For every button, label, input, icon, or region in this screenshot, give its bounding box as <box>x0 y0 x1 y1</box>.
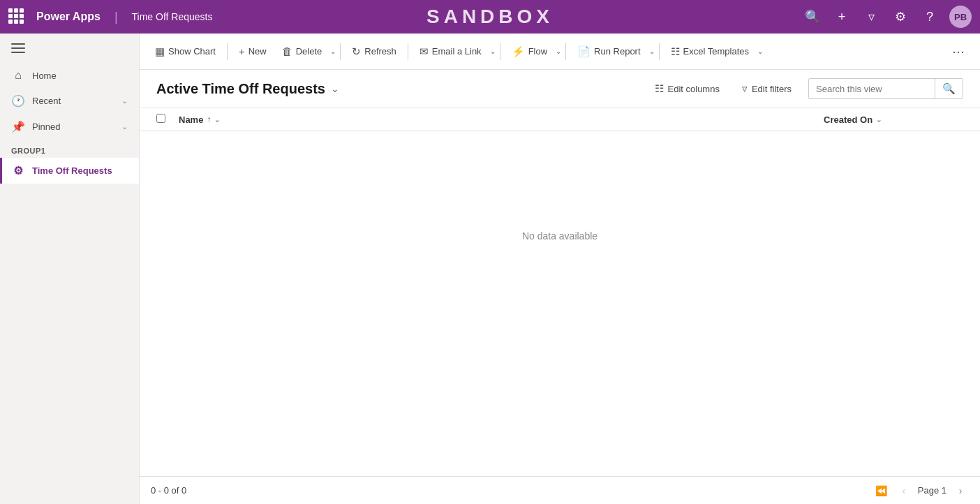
flow-label: Flow <box>528 46 547 57</box>
sidebar-group-label: Group1 <box>0 140 139 158</box>
table-header: Name ↑ ⌄ Created On ⌄ <box>140 108 980 131</box>
hamburger-icon <box>11 43 25 53</box>
sidebar-item-home[interactable]: ⌂ Home <box>0 63 139 88</box>
col-name-sort-arrow: ⌄ <box>214 116 220 124</box>
flow-button[interactable]: ⚡ Flow <box>505 41 554 62</box>
pinned-chevron-icon: ⌄ <box>121 122 128 131</box>
refresh-button[interactable]: ↻ Refresh <box>345 41 403 62</box>
show-chart-button[interactable]: ▦ Show Chart <box>148 41 223 62</box>
next-page-button[interactable]: › <box>952 482 969 499</box>
avatar[interactable]: PB <box>949 6 972 28</box>
no-data-text: No data available <box>522 230 597 242</box>
main-area: ⌂ Home 🕐 Recent ⌄ 📌 Pinned ⌄ Group1 ⚙ Ti… <box>0 34 980 504</box>
separator: | <box>114 10 118 24</box>
col-name-header[interactable]: Name ↑ ⌄ <box>179 114 824 125</box>
recent-chevron-icon: ⌄ <box>121 96 128 105</box>
filter-icon: ▿ <box>742 82 748 95</box>
flow-icon: ⚡ <box>512 45 525 58</box>
view-title: Active Time Off Requests <box>156 81 325 97</box>
delete-icon: 🗑 <box>282 45 292 57</box>
first-page-button[interactable]: ⏪ <box>873 482 890 499</box>
excel-dropdown-arrow[interactable]: ⌄ <box>757 47 763 55</box>
sidebar-home-label: Home <box>32 71 128 81</box>
sidebar-item-pinned[interactable]: 📌 Pinned ⌄ <box>0 114 139 140</box>
page-label: Page 1 <box>918 485 946 496</box>
chart-icon: ▦ <box>155 45 165 58</box>
sidebar-item-recent[interactable]: 🕐 Recent ⌄ <box>0 88 139 114</box>
sidebar-item-time-off-requests[interactable]: ⚙ Time Off Requests <box>0 158 139 184</box>
run-report-label: Run Report <box>594 46 640 57</box>
footer: 0 - 0 of 0 ⏪ ‹ Page 1 › <box>140 476 980 504</box>
report-dropdown-arrow[interactable]: ⌄ <box>649 47 655 55</box>
pagination: ⏪ ‹ Page 1 › <box>873 482 969 499</box>
prev-page-button[interactable]: ‹ <box>896 482 912 499</box>
sidebar-time-off-label: Time Off Requests <box>32 165 128 176</box>
recent-icon: 🕐 <box>11 94 25 108</box>
sidebar-recent-label: Recent <box>32 96 114 106</box>
app-name: Power Apps <box>36 10 101 23</box>
edit-columns-button[interactable]: ☷ Edit columns <box>649 79 725 98</box>
new-label: New <box>248 46 267 57</box>
waffle-menu[interactable] <box>8 8 25 25</box>
pinned-icon: 📌 <box>11 120 25 133</box>
email-icon: ✉ <box>420 45 429 58</box>
search-view-button[interactable]: 🔍 <box>935 79 963 98</box>
more-options-button[interactable]: ⋯ <box>945 40 972 64</box>
excel-icon: ☷ <box>671 45 680 58</box>
email-link-button[interactable]: ✉ Email a Link <box>413 41 489 62</box>
sandbox-label: SANDBOX <box>426 6 554 28</box>
entity-name: Time Off Requests <box>132 11 213 22</box>
settings-icon[interactable]: ⚙ <box>891 7 910 27</box>
no-data-message: No data available <box>140 131 980 341</box>
col-name-sort-icon: ↑ <box>207 114 211 124</box>
add-icon[interactable]: + <box>832 7 852 27</box>
view-title-area: Active Time Off Requests ⌄ <box>156 81 649 97</box>
view-header: Active Time Off Requests ⌄ ☷ Edit column… <box>140 70 980 108</box>
filter-icon[interactable]: ▿ <box>861 7 881 27</box>
col-created-sort-arrow: ⌄ <box>876 116 882 124</box>
new-icon: + <box>239 45 245 57</box>
home-icon: ⌂ <box>11 69 25 82</box>
view-title-dropdown[interactable]: ⌄ <box>331 83 339 94</box>
new-button[interactable]: + New <box>232 41 274 61</box>
show-chart-label: Show Chart <box>168 46 216 57</box>
hamburger-menu[interactable] <box>0 34 139 63</box>
divider-2 <box>340 43 341 60</box>
content-area: ▦ Show Chart + New 🗑 Delete ⌄ ↻ Refresh … <box>140 34 980 504</box>
divider-4 <box>500 43 500 60</box>
email-dropdown-arrow[interactable]: ⌄ <box>490 47 496 55</box>
col-created-header[interactable]: Created On ⌄ <box>824 114 963 125</box>
view-actions: ☷ Edit columns ▿ Edit filters 🔍 <box>649 78 964 99</box>
search-view-container: 🔍 <box>808 78 963 99</box>
delete-dropdown-arrow[interactable]: ⌄ <box>330 47 336 55</box>
delete-button[interactable]: 🗑 Delete <box>275 41 329 61</box>
col-created-label: Created On <box>824 114 873 125</box>
search-view-input[interactable] <box>809 80 935 98</box>
sidebar: ⌂ Home 🕐 Recent ⌄ 📌 Pinned ⌄ Group1 ⚙ Ti… <box>0 34 140 504</box>
record-count: 0 - 0 of 0 <box>151 485 186 496</box>
divider-5 <box>565 43 566 60</box>
flow-dropdown-arrow[interactable]: ⌄ <box>556 47 561 55</box>
divider-1 <box>227 43 228 60</box>
select-all-input[interactable] <box>156 114 165 123</box>
excel-templates-button[interactable]: ☷ Excel Templates <box>664 41 756 62</box>
search-icon[interactable]: 🔍 <box>803 7 822 27</box>
select-all-checkbox[interactable] <box>156 114 179 125</box>
edit-filters-button[interactable]: ▿ Edit filters <box>736 79 797 98</box>
run-report-button[interactable]: 📄 Run Report <box>570 41 647 62</box>
refresh-icon: ↻ <box>352 45 361 58</box>
help-icon[interactable]: ? <box>920 7 940 27</box>
divider-6 <box>659 43 660 60</box>
edit-columns-label: Edit columns <box>668 84 720 94</box>
email-link-label: Email a Link <box>432 46 482 57</box>
top-bar: Power Apps | Time Off Requests SANDBOX 🔍… <box>0 0 980 34</box>
excel-templates-label: Excel Templates <box>683 46 749 57</box>
edit-filters-label: Edit filters <box>752 84 792 94</box>
sidebar-pinned-label: Pinned <box>32 121 114 132</box>
col-name-label: Name <box>179 114 203 125</box>
time-off-icon: ⚙ <box>11 164 25 177</box>
columns-icon: ☷ <box>655 82 664 95</box>
command-bar: ▦ Show Chart + New 🗑 Delete ⌄ ↻ Refresh … <box>140 34 980 70</box>
refresh-label: Refresh <box>364 46 396 57</box>
divider-3 <box>408 43 408 60</box>
